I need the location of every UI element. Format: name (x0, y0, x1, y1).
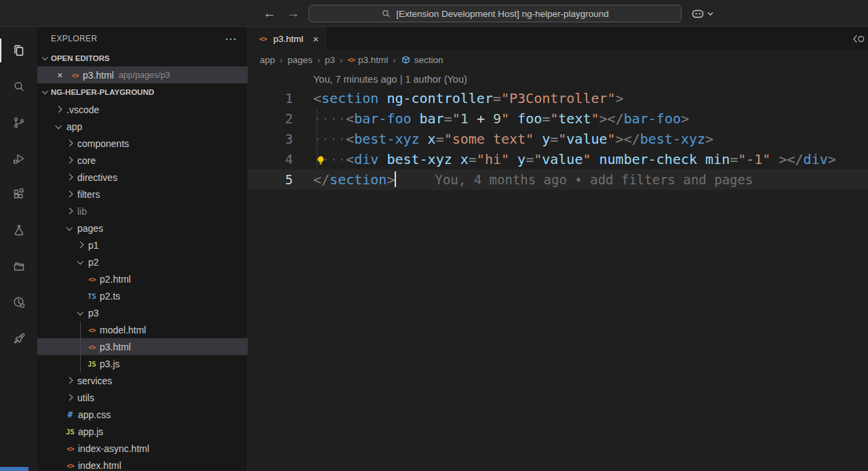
chevron-right-icon (54, 104, 64, 115)
workspace-root-header[interactable]: NG-HELPER-PLAYGROUND (37, 83, 248, 101)
code-area[interactable]: You, 7 minutes ago | 1 author (You) 1<se… (248, 69, 868, 470)
forward-button[interactable]: → (287, 6, 300, 21)
breadcrumb-item-app[interactable]: app (260, 55, 275, 65)
tree-item-label: .vscode (66, 104, 99, 115)
tree-item-components[interactable]: components (37, 135, 248, 152)
tree-item-pages[interactable]: pages (37, 220, 248, 237)
run-debug-icon (11, 150, 27, 167)
js-file-icon: JS (64, 428, 76, 436)
breadcrumb-item-p3[interactable]: p3 (325, 55, 335, 65)
activity-extensions-button[interactable] (0, 176, 37, 212)
chevron-down-icon (707, 12, 713, 16)
titlebar: ← → [Extension Development Host] ng-help… (0, 0, 868, 27)
chevron-right-icon (64, 375, 75, 386)
files-icon (11, 43, 27, 59)
tree-item-p2-ts[interactable]: TSp2.ts (37, 287, 248, 304)
chevron-down-icon (75, 308, 86, 319)
breadcrumb-label: section (414, 55, 443, 65)
more-actions-icon[interactable]: ⋯ (225, 33, 237, 45)
tree-item-app-css[interactable]: #app.css (37, 406, 248, 423)
lightbulb-icon[interactable] (316, 151, 326, 162)
tree-item-p2[interactable]: p2 (37, 253, 248, 270)
line-content[interactable]: ····<div best-xyz x="hi" y="value" numbe… (293, 149, 836, 169)
inline-blame: You, 4 months ago • add filters and page… (435, 172, 753, 187)
symbol-cube-icon (401, 55, 411, 65)
chevron-down-icon (75, 257, 86, 268)
tree-item-index-html[interactable]: <>index.html (37, 457, 248, 471)
tree-item-index-async-html[interactable]: <>index-async.html (37, 440, 248, 457)
chevron-right-icon (64, 206, 75, 217)
activity-folder-library-button[interactable] (0, 248, 37, 284)
tab-label: p3.html (273, 34, 303, 44)
tree-item-p1[interactable]: p1 (37, 237, 248, 253)
tree-item-label: p3.html (100, 342, 131, 352)
tree-item-app[interactable]: app (37, 118, 248, 135)
search-icon (381, 9, 391, 19)
rocket-icon (11, 330, 27, 346)
breadcrumb-item-p3-html[interactable]: <>p3.html (347, 55, 388, 65)
line-content[interactable]: ····<best-xyz x="some text" y="value"></… (293, 129, 713, 149)
line-content[interactable]: ····<bar-foo bar="1 + 9" foo="text"></ba… (293, 108, 689, 129)
command-center[interactable]: [Extension Development Host] ng-helper-p… (309, 5, 682, 22)
chevron-right-icon (75, 240, 86, 251)
code-line-4[interactable]: 4····<div best-xyz x="hi" y="value" numb… (248, 149, 868, 169)
tree-item-core[interactable]: core (37, 152, 248, 169)
tree-item-label: p2 (88, 257, 99, 268)
activity-search-button[interactable] (0, 68, 37, 104)
tree-item-lib[interactable]: lib (37, 203, 248, 220)
tree-item-directives[interactable]: directives (37, 169, 248, 186)
tree-item-label: app (66, 121, 82, 132)
tree-item-filters[interactable]: filters (37, 186, 248, 203)
open-editor-item-p3-html[interactable]: × <> p3.html app/pages/p3 (37, 66, 248, 83)
activity-circle-branch-button[interactable] (0, 284, 37, 320)
code-line-2[interactable]: 2····<bar-foo bar="1 + 9" foo="text"></b… (248, 108, 868, 129)
sidebar-explorer: EXPLORER ⋯ OPEN EDITORS × <> p3.html app… (37, 27, 248, 470)
tree-item-label: filters (77, 189, 100, 200)
tree-item-services[interactable]: services (37, 372, 248, 389)
breadcrumb-item-pages[interactable]: pages (288, 55, 313, 65)
tree-item-p3-html[interactable]: <>p3.html (37, 338, 248, 355)
sidebar-title: EXPLORER (51, 34, 98, 43)
open-editors-header[interactable]: OPEN EDITORS (37, 50, 248, 66)
line-number: 3 (248, 129, 293, 149)
breadcrumb-label: p3 (325, 55, 335, 65)
activity-source-control-button[interactable] (0, 104, 37, 140)
tree-item-p3-js[interactable]: JSp3.js (37, 355, 248, 372)
tree-item-label: p3 (88, 308, 99, 319)
tree-item-label: directives (77, 172, 117, 183)
close-icon[interactable]: × (57, 69, 69, 81)
tree-item-p2-html[interactable]: <>p2.html (37, 270, 248, 287)
tab-p3-html[interactable]: <> p3.html × (248, 27, 326, 50)
tree-item-p3[interactable]: p3 (37, 304, 248, 321)
code-line-1[interactable]: 1<section ng-controller="P3Controller"> (248, 88, 868, 108)
chevron-right-icon (64, 172, 75, 183)
tree-item-label: services (77, 375, 112, 386)
activity-run-debug-button[interactable] (0, 140, 37, 176)
line-content[interactable]: </section>You, 4 months ago • add filter… (293, 169, 753, 190)
html-file-icon: <> (69, 71, 81, 79)
codelens[interactable]: You, 7 minutes ago | 1 author (You) (248, 69, 868, 88)
tree-item-utils[interactable]: utils (37, 389, 248, 406)
tree-item-label: core (77, 155, 96, 166)
copilot-menu-button[interactable] (690, 6, 713, 21)
line-content[interactable]: <section ng-controller="P3Controller"> (293, 88, 624, 108)
file-tree: .vscodeappcomponentscoredirectivesfilter… (37, 101, 248, 471)
tree-item-app-js[interactable]: JSapp.js (37, 423, 248, 440)
html-file-icon: <> (86, 275, 98, 283)
editor-actions-cut-icon[interactable] (852, 34, 867, 47)
close-icon[interactable]: × (313, 33, 319, 45)
tree-item-model-html[interactable]: <>model.html (37, 321, 248, 338)
tab-bar: <> p3.html × (248, 27, 868, 50)
breadcrumb-label: p3.html (358, 55, 388, 65)
back-button[interactable]: ← (263, 6, 276, 21)
breadcrumb-separator-icon: › (340, 55, 342, 65)
activity-testing-button[interactable] (0, 212, 37, 248)
workspace-root-label: NG-HELPER-PLAYGROUND (51, 88, 154, 96)
code-line-3[interactable]: 3····<best-xyz x="some text" y="value"><… (248, 129, 868, 149)
breadcrumb-item-section[interactable]: section (401, 55, 443, 65)
activity-explorer-button[interactable] (0, 33, 37, 68)
command-center-title: [Extension Development Host] ng-helper-p… (396, 9, 609, 19)
activity-rocket-button[interactable] (0, 320, 37, 356)
code-line-5[interactable]: 5</section>You, 4 months ago • add filte… (248, 169, 868, 190)
tree-item--vscode[interactable]: .vscode (37, 101, 248, 118)
